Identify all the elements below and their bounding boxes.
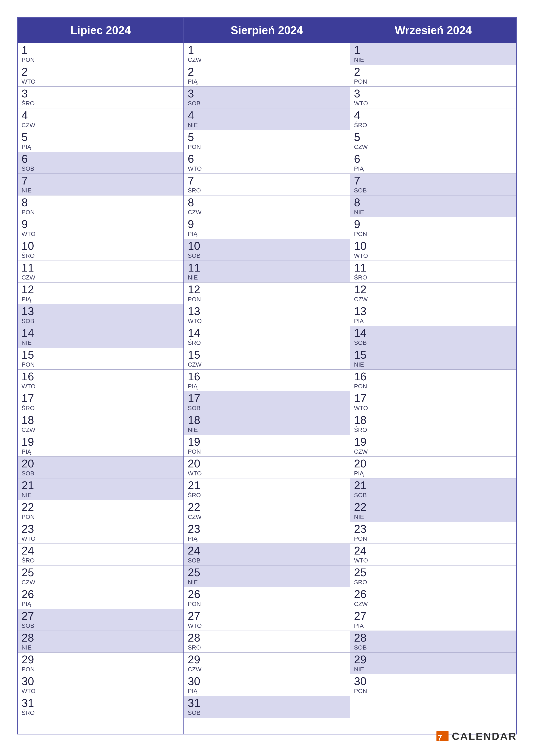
day-row: 22PON xyxy=(18,500,184,522)
day-number: 19 xyxy=(188,436,205,447)
day-name: NIE xyxy=(21,339,39,346)
day-info: 8NIE xyxy=(354,197,371,216)
day-info: 2PON xyxy=(354,66,371,85)
day-info: 31ŚRO xyxy=(21,697,39,716)
day-info: 24WTO xyxy=(354,545,371,564)
day-info: 25ŚRO xyxy=(354,567,371,586)
day-info: 19CZW xyxy=(354,436,371,455)
day-row: 19PIĄ xyxy=(18,435,184,457)
day-info: 25CZW xyxy=(21,567,39,586)
day-number: 6 xyxy=(188,153,205,164)
day-row: 5PON xyxy=(184,130,350,152)
day-info: 7SOB xyxy=(354,175,371,194)
day-info: 19PON xyxy=(188,436,205,455)
day-name: NIE xyxy=(354,56,371,63)
day-number: 7 xyxy=(21,175,39,186)
footer-calendar-text: CALENDAR xyxy=(452,730,517,742)
day-row: 1NIE xyxy=(350,43,516,65)
day-name: ŚRO xyxy=(21,405,39,412)
day-name: PIĄ xyxy=(21,296,39,303)
day-row: 20WTO xyxy=(184,457,350,478)
day-row: 3SOB xyxy=(184,87,350,108)
day-info: 5CZW xyxy=(354,131,371,150)
day-number: 1 xyxy=(188,44,205,56)
day-name: PIĄ xyxy=(188,78,205,85)
day-number: 17 xyxy=(21,393,39,404)
day-row: 27SOB xyxy=(18,609,184,631)
day-name: WTO xyxy=(21,78,39,85)
day-row: 22NIE xyxy=(350,500,516,522)
day-name: PON xyxy=(188,601,205,608)
day-number: 20 xyxy=(188,458,205,469)
footer-logo: 7 CALENDAR xyxy=(436,729,517,743)
day-info: 25NIE xyxy=(188,567,205,586)
day-name: WTO xyxy=(188,318,205,325)
day-number: 20 xyxy=(354,458,371,469)
day-name: ŚRO xyxy=(354,426,371,433)
day-info: 14NIE xyxy=(21,327,39,346)
day-info: 11NIE xyxy=(188,262,205,281)
day-number: 23 xyxy=(188,523,205,534)
day-row: 5CZW xyxy=(350,130,516,152)
day-name: ŚRO xyxy=(354,274,371,281)
day-name: ŚRO xyxy=(354,122,371,129)
day-row: 17SOB xyxy=(184,392,350,413)
day-info: 21SOB xyxy=(354,480,371,499)
day-row: 11ŚRO xyxy=(350,261,516,283)
day-row: 7NIE xyxy=(18,174,184,196)
day-row: 12PIĄ xyxy=(18,283,184,304)
day-info: 10WTO xyxy=(354,240,371,259)
day-info: 3ŚRO xyxy=(21,88,39,107)
day-info: 7ŚRO xyxy=(188,175,205,194)
day-number: 17 xyxy=(354,393,371,404)
day-row: 27PIĄ xyxy=(350,609,516,631)
day-number: 30 xyxy=(354,676,371,687)
day-number: 11 xyxy=(188,262,205,273)
day-number: 18 xyxy=(188,415,205,426)
day-info: 21ŚRO xyxy=(188,480,205,499)
day-number: 28 xyxy=(354,632,371,643)
day-name: CZW xyxy=(21,122,39,129)
day-row: 14ŚRO xyxy=(184,326,350,348)
day-info: 18ŚRO xyxy=(354,415,371,433)
day-row: 25NIE xyxy=(184,565,350,587)
day-row: 13SOB xyxy=(18,304,184,326)
day-number: 29 xyxy=(21,654,39,665)
day-number: 31 xyxy=(188,697,205,709)
day-name: SOB xyxy=(188,100,205,107)
day-row: 15CZW xyxy=(184,348,350,369)
day-number: 9 xyxy=(188,219,205,230)
day-name: NIE xyxy=(188,426,205,433)
day-number: 13 xyxy=(188,306,205,317)
day-row: 10SOB xyxy=(184,239,350,261)
day-number: 1 xyxy=(21,44,39,56)
footer: 7 CALENDAR xyxy=(436,729,517,743)
day-row: 9WTO xyxy=(18,217,184,239)
day-number: 30 xyxy=(188,676,205,687)
day-info: 5PIĄ xyxy=(21,131,39,150)
day-info: 15PON xyxy=(21,349,39,368)
day-name: SOB xyxy=(354,492,371,499)
day-name: SOB xyxy=(188,710,205,716)
day-name: CZW xyxy=(21,426,39,433)
day-name: NIE xyxy=(354,209,371,216)
day-name: WTO xyxy=(354,405,371,412)
day-number: 16 xyxy=(188,371,205,382)
day-row: 15NIE xyxy=(350,348,516,369)
day-name: CZW xyxy=(354,448,371,455)
day-info: 1CZW xyxy=(188,44,205,63)
day-number: 27 xyxy=(21,610,39,622)
day-number: 10 xyxy=(21,240,39,252)
day-row: 24SOB xyxy=(184,544,350,565)
day-number: 22 xyxy=(188,501,205,513)
day-number: 2 xyxy=(21,66,39,77)
day-number: 5 xyxy=(188,131,205,143)
day-name: CZW xyxy=(354,601,371,608)
day-row: 28NIE xyxy=(18,631,184,653)
day-row: 15PON xyxy=(18,348,184,369)
day-number: 21 xyxy=(21,480,39,491)
day-number: 25 xyxy=(354,567,371,578)
day-row: 7SOB xyxy=(350,174,516,196)
day-number: 12 xyxy=(354,284,371,295)
day-row: 20PIĄ xyxy=(350,457,516,478)
